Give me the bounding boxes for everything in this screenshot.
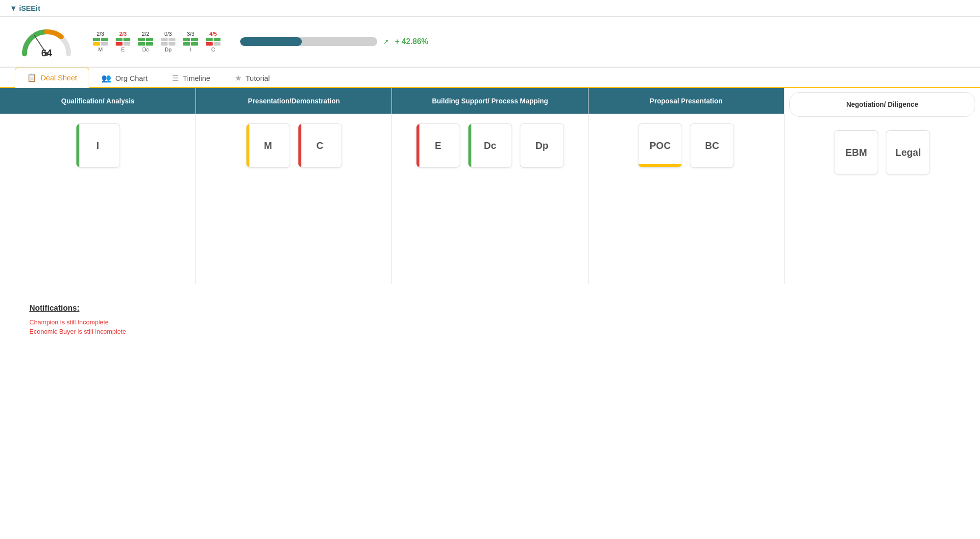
- metric-bars: [183, 38, 198, 46]
- tabs-container: 📋Deal Sheet👥Org Chart☰Timeline★Tutorial: [0, 68, 980, 88]
- stage-card-legal[interactable]: Legal: [886, 130, 930, 174]
- card-bar-left: [298, 124, 301, 167]
- progress-bar-fill: [240, 37, 302, 46]
- tab-label-tutorial: Tutorial: [245, 74, 270, 82]
- app-name: iSEEit: [19, 4, 40, 12]
- metric-item-c: 4/5C: [206, 31, 220, 52]
- column-header-building-support: Building Support/ Process Mapping: [392, 88, 588, 114]
- metric-bars: [93, 38, 108, 46]
- pipeline-column-proposal: Proposal PresentationPOCBC: [588, 88, 784, 284]
- metric-item-m: 2/3M: [93, 31, 108, 52]
- progress-label: + 42.86%: [395, 37, 428, 46]
- column-cards-presentation: MC: [196, 114, 392, 177]
- card-label: I: [97, 140, 99, 151]
- card-label: POC: [650, 140, 671, 151]
- metric-label: M: [98, 47, 102, 52]
- metrics-container: 2/3M2/3E2/2Dc0/3Dp3/3I4/5C: [93, 31, 220, 52]
- metric-label: Dc: [142, 47, 148, 52]
- metric-bars: [138, 38, 153, 46]
- card-bar-bottom: [638, 164, 682, 167]
- stage-card-dp[interactable]: Dp: [520, 123, 564, 168]
- metric-fraction: 0/3: [164, 31, 172, 37]
- card-label: M: [264, 140, 272, 151]
- stage-card-e[interactable]: E: [416, 123, 460, 168]
- pipeline-column-building-support: Building Support/ Process MappingEDcDp: [392, 88, 588, 284]
- column-cards-building-support: EDcDp: [392, 114, 588, 177]
- notifications-title: Notifications:: [29, 304, 951, 313]
- metric-label: Dp: [165, 47, 172, 52]
- tab-icon-timeline: ☰: [172, 74, 179, 83]
- column-cards-qualification: I: [0, 114, 196, 177]
- pipeline-board: Qualification/ AnalysisIPresentation/Dem…: [0, 88, 980, 284]
- top-bar: ▼ iSEEit: [0, 0, 980, 17]
- notification-item: Economic Buyer is still Incomplete: [29, 328, 951, 335]
- card-label: Dc: [484, 140, 496, 151]
- card-label: E: [435, 140, 441, 151]
- pipeline-column-negotiation: Negotiation/ DiligenceEBMLegal: [784, 88, 980, 284]
- metric-fraction: 4/5: [209, 31, 217, 37]
- column-header-negotiation: Negotiation/ Diligence: [789, 92, 975, 117]
- card-label: EBM: [845, 147, 867, 158]
- progress-arrow-icon: ↗: [383, 38, 389, 46]
- metric-label: E: [121, 47, 124, 52]
- progress-bar-container: [240, 37, 377, 46]
- pipeline-column-qualification: Qualification/ AnalysisI: [0, 88, 196, 284]
- column-header-presentation: Presentation/Demonstration: [196, 88, 392, 114]
- card-label: Legal: [895, 147, 921, 158]
- notifications-section: Notifications: Champion is still Incompl…: [0, 284, 980, 357]
- tab-icon-deal-sheet: 📋: [27, 73, 37, 82]
- card-label: Dp: [536, 140, 549, 151]
- pipeline-column-presentation: Presentation/DemonstrationMC: [196, 88, 392, 284]
- metric-fraction: 2/2: [142, 31, 149, 37]
- card-bar-left: [76, 124, 79, 167]
- stage-card-bc[interactable]: BC: [690, 123, 734, 168]
- notification-item: Champion is still Incomplete: [29, 318, 951, 326]
- header-section: 64 2/3M2/3E2/2Dc0/3Dp3/3I4/5C ↗ + 42.86%: [0, 17, 980, 68]
- column-cards-negotiation: EBMLegal: [784, 121, 980, 184]
- metric-bars: [206, 38, 220, 46]
- metric-fraction: 3/3: [187, 31, 194, 37]
- stage-card-ebm[interactable]: EBM: [834, 130, 878, 174]
- tab-label-deal-sheet: Deal Sheet: [41, 74, 77, 82]
- tab-icon-tutorial: ★: [235, 74, 242, 83]
- stage-card-i[interactable]: I: [76, 123, 120, 168]
- metric-label: I: [190, 47, 191, 52]
- metric-item-i: 3/3I: [183, 31, 198, 52]
- column-header-wrapper: Negotiation/ Diligence: [784, 88, 980, 121]
- stage-card-m[interactable]: M: [246, 123, 290, 168]
- column-header-qualification: Qualification/ Analysis: [0, 88, 196, 114]
- metric-item-e: 2/3E: [116, 31, 130, 52]
- metric-item-dp: 0/3Dp: [161, 31, 175, 52]
- metric-bars: [161, 38, 175, 46]
- tab-label-timeline: Timeline: [183, 74, 210, 82]
- progress-section: ↗ + 42.86%: [240, 37, 960, 46]
- card-bar-left: [468, 124, 471, 167]
- stage-card-c[interactable]: C: [298, 123, 342, 168]
- column-header-proposal: Proposal Presentation: [588, 88, 784, 114]
- stage-card-poc[interactable]: POC: [638, 123, 682, 168]
- tab-tutorial[interactable]: ★Tutorial: [222, 68, 282, 88]
- gauge-widget: 64: [20, 24, 74, 59]
- tab-timeline[interactable]: ☰Timeline: [160, 68, 222, 88]
- stage-card-dc[interactable]: Dc: [468, 123, 512, 168]
- metric-fraction: 2/3: [97, 31, 104, 37]
- tab-label-org-chart: Org Chart: [115, 74, 147, 82]
- tab-org-chart[interactable]: 👥Org Chart: [89, 68, 160, 88]
- card-bar-left: [416, 124, 419, 167]
- metric-bars: [116, 38, 130, 46]
- metric-item-dc: 2/2Dc: [138, 31, 153, 52]
- tab-deal-sheet[interactable]: 📋Deal Sheet: [15, 68, 89, 88]
- column-cards-proposal: POCBC: [588, 114, 784, 177]
- metric-label: C: [211, 47, 215, 52]
- tab-icon-org-chart: 👥: [101, 74, 111, 83]
- card-label: C: [317, 140, 323, 151]
- app-title: ▼ iSEEit: [10, 4, 40, 12]
- card-label: BC: [705, 140, 719, 151]
- card-bar-left: [246, 124, 249, 167]
- app-arrow: ▼: [10, 4, 17, 12]
- gauge-value: 64: [41, 48, 52, 59]
- metric-fraction: 2/3: [119, 31, 126, 37]
